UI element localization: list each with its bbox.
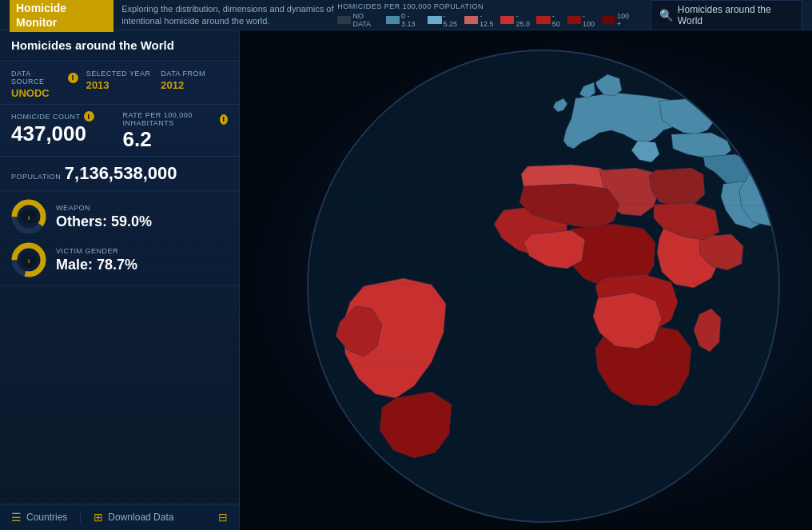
logo-box: Homicide Monitor bbox=[10, 0, 113, 32]
legend-label-nodata: NO DATA bbox=[352, 12, 382, 28]
search-text: Homicides around the World bbox=[678, 4, 794, 26]
legend-swatch-6 bbox=[602, 16, 615, 24]
table-icon: ⊟ bbox=[218, 511, 228, 524]
logo-text: Homicide Monitor bbox=[16, 2, 66, 29]
globe-area bbox=[240, 30, 812, 530]
population-area: POPULATION 7,136,538,000 bbox=[0, 157, 239, 191]
rate-value: 6.2 bbox=[123, 129, 229, 149]
selected-year-value: 2013 bbox=[86, 79, 153, 91]
homicide-count-label: HOMICIDE COUNT i bbox=[11, 111, 117, 122]
main-area: Homicides around the World DATA SOURCE i… bbox=[0, 30, 812, 530]
legend-item-4: - 50 bbox=[536, 12, 563, 28]
population-value: 7,136,538,000 bbox=[65, 163, 177, 183]
data-source-cell: DATA SOURCE i UNODC bbox=[11, 70, 78, 99]
legend-item-6: 100 + bbox=[602, 12, 635, 28]
data-from-value: 2012 bbox=[161, 79, 228, 91]
homicide-count-info-icon[interactable]: i bbox=[84, 111, 94, 122]
legend-swatch-3 bbox=[500, 16, 514, 24]
victim-gender-label: VICTIM GENDER bbox=[56, 247, 137, 255]
data-source-value: UNODC bbox=[11, 87, 78, 99]
countries-icon: ☰ bbox=[11, 511, 22, 524]
download-button[interactable]: ⊞ Download Data bbox=[94, 511, 173, 524]
legend-item-5: - 100 bbox=[567, 12, 599, 28]
legend-item-1: - 5.25 bbox=[428, 12, 460, 28]
svg-text:i: i bbox=[28, 257, 30, 265]
sidebar-footer: ☰ Countries ⊞ Download Data ⊟ bbox=[0, 504, 239, 530]
search-area[interactable]: 🔍 Homicides around the World bbox=[651, 0, 802, 30]
victim-gender-info: VICTIM GENDER Male: 78.7% bbox=[56, 247, 137, 273]
donut-stats: i WEAPON Others: 59.0% i VICTIM GENDER M… bbox=[0, 191, 239, 286]
weapon-row: i WEAPON Others: 59.0% bbox=[11, 199, 228, 234]
data-source-label: DATA SOURCE i bbox=[11, 70, 78, 86]
countries-label: Countries bbox=[26, 512, 67, 523]
countries-button[interactable]: ☰ Countries bbox=[11, 511, 67, 524]
search-icon: 🔍 bbox=[659, 9, 673, 22]
legend-item-nodata: NO DATA bbox=[337, 12, 382, 28]
legend-item-2: - 12.5 bbox=[464, 12, 497, 28]
victim-gender-donut: i bbox=[11, 242, 46, 277]
victim-gender-value: Male: 78.7% bbox=[56, 257, 137, 273]
legend-swatch-4 bbox=[536, 16, 550, 24]
legend-label-1: - 5.25 bbox=[444, 12, 461, 28]
stats-grid: DATA SOURCE i UNODC SELECTED YEAR 2013 D… bbox=[0, 62, 239, 105]
weapon-value: Others: 59.0% bbox=[56, 213, 152, 230]
legend-swatch-0 bbox=[386, 16, 400, 24]
legend-swatch-1 bbox=[428, 16, 441, 24]
svg-text:i: i bbox=[28, 214, 30, 221]
legend-swatch-2 bbox=[464, 16, 478, 24]
homicide-count-stat: HOMICIDE COUNT i 437,000 bbox=[11, 111, 117, 149]
sidebar-title: Homicides around the World bbox=[11, 38, 174, 52]
population-label: POPULATION bbox=[11, 173, 61, 181]
header: Homicide Monitor Exploring the distribut… bbox=[0, 0, 812, 30]
rate-label: RATE PER 100,000 INHABITANTS i bbox=[123, 111, 229, 127]
legend-label-5: - 100 bbox=[583, 12, 599, 28]
homicide-count-value: 437,000 bbox=[11, 123, 117, 144]
weapon-label: WEAPON bbox=[56, 204, 152, 212]
legend-label-4: - 50 bbox=[552, 12, 564, 28]
header-description: Exploring the distribution, dimensions a… bbox=[121, 3, 337, 26]
weapon-info: WEAPON Others: 59.0% bbox=[56, 204, 152, 230]
legend-area: HOMICIDES PER 100,000 POPULATION NO DATA… bbox=[337, 2, 635, 28]
footer-divider bbox=[80, 511, 81, 524]
legend-items: NO DATA 0 - 3.13 - 5.25 - 12.5 - 25.0 - … bbox=[337, 12, 635, 28]
legend-label-3: - 25.0 bbox=[515, 12, 533, 28]
big-stat-area: HOMICIDE COUNT i 437,000 RATE PER 100,00… bbox=[0, 105, 239, 157]
data-source-info-icon[interactable]: i bbox=[68, 73, 78, 83]
data-from-cell: DATA FROM 2012 bbox=[161, 70, 228, 99]
sidebar: Homicides around the World DATA SOURCE i… bbox=[0, 30, 240, 530]
rate-info-icon[interactable]: i bbox=[220, 114, 228, 125]
legend-swatch-5 bbox=[567, 16, 581, 24]
data-from-label: DATA FROM bbox=[161, 70, 228, 78]
legend-swatch-nodata bbox=[337, 16, 351, 24]
globe-visualization bbox=[240, 30, 812, 530]
rate-stat: RATE PER 100,000 INHABITANTS i 6.2 bbox=[123, 111, 229, 149]
weapon-donut: i bbox=[11, 199, 46, 234]
legend-label-0: 0 - 3.13 bbox=[401, 12, 424, 28]
selected-year-label: SELECTED YEAR bbox=[86, 70, 153, 78]
victim-gender-row: i VICTIM GENDER Male: 78.7% bbox=[11, 242, 228, 277]
legend-item-3: - 25.0 bbox=[500, 12, 533, 28]
legend-item-0: 0 - 3.13 bbox=[386, 12, 425, 28]
selected-year-cell: SELECTED YEAR 2013 bbox=[86, 70, 153, 99]
download-label: Download Data bbox=[108, 512, 173, 523]
download-icon: ⊞ bbox=[94, 511, 103, 524]
legend-label-6: 100 + bbox=[617, 12, 635, 28]
sidebar-title-bar: Homicides around the World bbox=[0, 30, 239, 62]
legend-label-2: - 12.5 bbox=[480, 12, 497, 28]
legend-label: HOMICIDES PER 100,000 POPULATION bbox=[337, 2, 484, 10]
